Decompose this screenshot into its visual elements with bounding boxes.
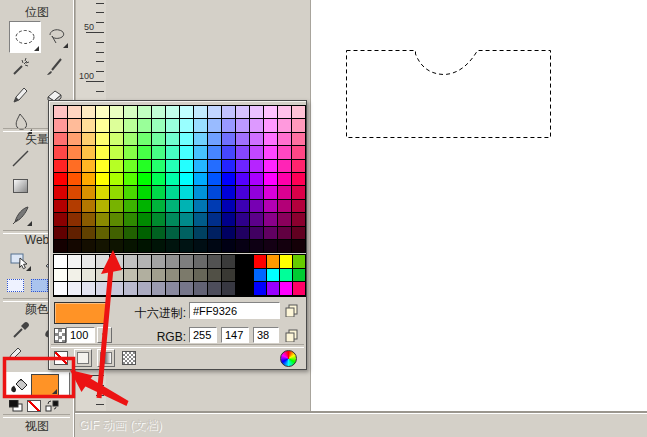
spectrum-cell[interactable] — [138, 173, 151, 185]
spectrum-cell[interactable] — [194, 173, 207, 185]
spectrum-cell[interactable] — [208, 227, 221, 239]
spectrum-cell[interactable] — [292, 213, 305, 225]
spectrum-cell[interactable] — [82, 146, 95, 158]
spectrum-cell[interactable] — [54, 186, 67, 198]
spectrum-cell[interactable] — [250, 213, 263, 225]
spectrum-cell[interactable] — [222, 119, 235, 131]
spectrum-cell[interactable] — [250, 186, 263, 198]
gray-swatch[interactable] — [180, 255, 193, 268]
bright-swatch[interactable] — [267, 269, 279, 282]
spectrum-cell[interactable] — [96, 213, 109, 225]
spectrum-cell[interactable] — [82, 227, 95, 239]
gray-swatch[interactable] — [194, 269, 207, 282]
gray-swatch[interactable] — [82, 255, 95, 268]
spectrum-cell[interactable] — [110, 200, 123, 212]
spectrum-cell[interactable] — [236, 119, 249, 131]
spectrum-cell[interactable] — [222, 146, 235, 158]
eyedropper-tool-button[interactable] — [7, 316, 33, 342]
spectrum-cell[interactable] — [82, 106, 95, 118]
spectrum-cell[interactable] — [82, 173, 95, 185]
spectrum-cell[interactable] — [194, 186, 207, 198]
gray-swatch[interactable] — [96, 255, 109, 268]
gray-swatch[interactable] — [194, 255, 207, 268]
spectrum-cell[interactable] — [292, 200, 305, 212]
spectrum-cell[interactable] — [138, 119, 151, 131]
spectrum-cell[interactable] — [250, 146, 263, 158]
spectrum-cell[interactable] — [124, 160, 137, 172]
spectrum-cell[interactable] — [264, 200, 277, 212]
spectrum-cell[interactable] — [292, 146, 305, 158]
spectrum-cell[interactable] — [222, 240, 235, 252]
gray-swatch[interactable] — [110, 282, 123, 295]
pencil-tool-button[interactable] — [7, 81, 33, 107]
spectrum-cell[interactable] — [222, 173, 235, 185]
magic-wand-tool-button[interactable] — [7, 53, 33, 79]
spectrum-cell[interactable] — [278, 173, 291, 185]
spectrum-cell[interactable] — [124, 240, 137, 252]
spectrum-cell[interactable] — [250, 133, 263, 145]
gray-swatch[interactable] — [110, 255, 123, 268]
spectrum-cell[interactable] — [194, 146, 207, 158]
spectrum-cell[interactable] — [166, 173, 179, 185]
spectrum-cell[interactable] — [292, 173, 305, 185]
spectrum-cell[interactable] — [68, 133, 81, 145]
spectrum-cell[interactable] — [138, 160, 151, 172]
spectrum-cell[interactable] — [194, 213, 207, 225]
spectrum-cell[interactable] — [152, 227, 165, 239]
spectrum-cell[interactable] — [250, 106, 263, 118]
gray-swatch[interactable] — [222, 269, 235, 282]
copy-rgb-button[interactable] — [285, 328, 300, 342]
bright-swatch[interactable] — [293, 282, 305, 295]
gray-swatch[interactable] — [152, 269, 165, 282]
spectrum-cell[interactable] — [166, 213, 179, 225]
spectrum-cell[interactable] — [54, 200, 67, 212]
spectrum-cell[interactable] — [278, 186, 291, 198]
spectrum-cell[interactable] — [96, 133, 109, 145]
gray-swatch[interactable] — [124, 269, 137, 282]
rectangle-tool-button[interactable] — [7, 173, 33, 199]
spectrum-cell[interactable] — [152, 133, 165, 145]
spectrum-cell[interactable] — [180, 213, 193, 225]
spectrum-cell[interactable] — [82, 200, 95, 212]
spectrum-cell[interactable] — [208, 146, 221, 158]
spectrum-cell[interactable] — [236, 186, 249, 198]
bright-swatch[interactable] — [254, 269, 266, 282]
bright-swatch[interactable] — [254, 255, 266, 268]
spectrum-cell[interactable] — [180, 200, 193, 212]
bright-swatch[interactable] — [280, 282, 292, 295]
spectrum-cell[interactable] — [222, 200, 235, 212]
spectrum-cell[interactable] — [208, 186, 221, 198]
spectrum-cell[interactable] — [250, 160, 263, 172]
spectrum-cell[interactable] — [124, 213, 137, 225]
spectrum-cell[interactable] — [292, 133, 305, 145]
spectrum-cell[interactable] — [96, 160, 109, 172]
spectrum-cell[interactable] — [138, 227, 151, 239]
spectrum-cell[interactable] — [208, 106, 221, 118]
gray-swatch[interactable] — [166, 282, 179, 295]
spectrum-cell[interactable] — [96, 200, 109, 212]
spectrum-cell[interactable] — [110, 133, 123, 145]
bright-swatch[interactable] — [293, 255, 305, 268]
spectrum-cell[interactable] — [250, 227, 263, 239]
gray-swatch[interactable] — [124, 282, 137, 295]
spectrum-cell[interactable] — [166, 200, 179, 212]
spectrum-cell[interactable] — [54, 146, 67, 158]
spectrum-cell[interactable] — [68, 160, 81, 172]
spectrum-cell[interactable] — [138, 106, 151, 118]
spectrum-cell[interactable] — [264, 227, 277, 239]
hex-input[interactable] — [189, 302, 280, 319]
bright-swatch[interactable] — [254, 282, 266, 295]
opacity-dropdown-button[interactable]: ▼ — [97, 327, 112, 343]
spectrum-cell[interactable] — [82, 213, 95, 225]
spectrum-cell[interactable] — [152, 146, 165, 158]
gray-swatch[interactable] — [222, 255, 235, 268]
spectrum-cell[interactable] — [278, 133, 291, 145]
gray-swatch[interactable] — [138, 255, 151, 268]
spectrum-cell[interactable] — [292, 227, 305, 239]
gray-swatch[interactable] — [222, 282, 235, 295]
spectrum-cell[interactable] — [152, 240, 165, 252]
rgb-r-input[interactable] — [189, 327, 217, 343]
spectrum-cell[interactable] — [54, 119, 67, 131]
default-colors-button[interactable] — [8, 399, 24, 413]
spectrum-cell[interactable] — [110, 146, 123, 158]
